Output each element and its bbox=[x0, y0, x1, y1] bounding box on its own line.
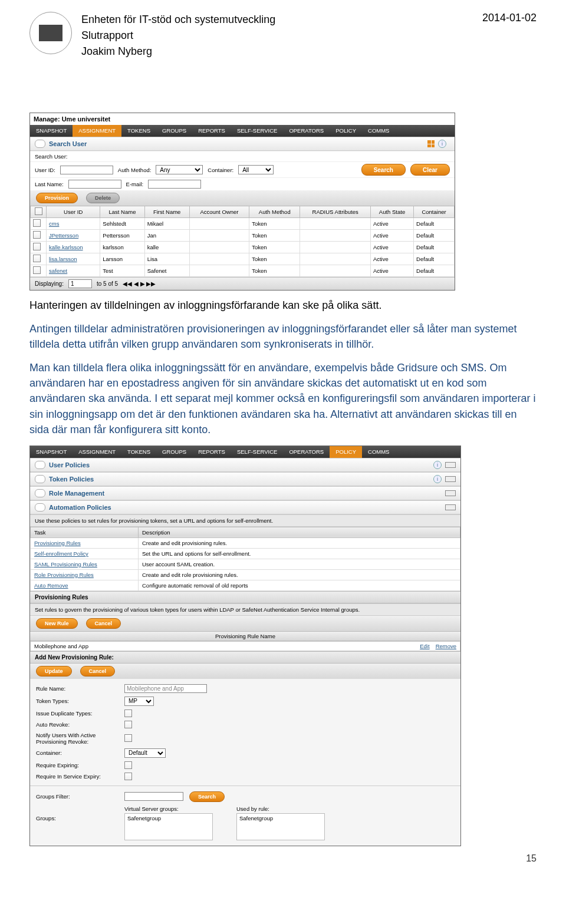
user-id-input[interactable] bbox=[60, 166, 113, 174]
auth-method-select[interactable]: Any bbox=[156, 165, 203, 174]
nav-tab-policy[interactable]: POLICY bbox=[330, 125, 362, 137]
cancel-button-2[interactable]: Cancel bbox=[80, 666, 116, 676]
header-text: Enheten för IT-stöd och systemutveckling… bbox=[81, 12, 275, 60]
update-button[interactable]: Update bbox=[36, 666, 72, 676]
auto-revoke-checkbox[interactable] bbox=[124, 721, 132, 728]
nav-tab-assignment[interactable]: ASSIGNMENT bbox=[73, 446, 121, 458]
info-icon[interactable]: i bbox=[433, 475, 442, 483]
nav-tab-operators[interactable]: OPERATORS bbox=[283, 446, 330, 458]
nav-tab-tokens[interactable]: TOKENS bbox=[121, 446, 156, 458]
row-checkbox[interactable] bbox=[33, 231, 41, 239]
container-select[interactable]: All bbox=[238, 165, 274, 174]
section-icon bbox=[35, 503, 45, 512]
col-5: Auth Method bbox=[249, 206, 300, 218]
issue-duplicate-checkbox[interactable] bbox=[124, 710, 132, 717]
nav-tab-snapshot[interactable]: SNAPSHOT bbox=[30, 446, 73, 458]
user-id-link[interactable]: lisa.larsson bbox=[49, 256, 77, 262]
nav-tab-snapshot[interactable]: SNAPSHOT bbox=[30, 125, 73, 137]
token-types-select[interactable]: MP bbox=[124, 697, 154, 706]
clear-button[interactable]: Clear bbox=[410, 164, 450, 176]
notify-users-checkbox[interactable] bbox=[124, 734, 132, 742]
vs-groups-list[interactable]: Safenetgroup bbox=[124, 813, 213, 840]
email-input[interactable] bbox=[148, 180, 201, 189]
section-title: Search User bbox=[49, 140, 427, 147]
nav-tab-self-service[interactable]: SELF-SERVICE bbox=[231, 446, 283, 458]
grid-icon[interactable] bbox=[427, 140, 435, 147]
auto-revoke-label: Auto Revoke: bbox=[36, 721, 124, 728]
task-link[interactable]: SAML Provisioning Rules bbox=[34, 561, 97, 567]
col-8: Container bbox=[414, 206, 455, 218]
vs-groups-label: Virtual Server groups: bbox=[124, 806, 213, 813]
col-4: Account Owner bbox=[189, 206, 249, 218]
task-link[interactable]: Provisioning Rules bbox=[34, 540, 81, 546]
toggle-icon[interactable] bbox=[445, 490, 456, 496]
req-service-checkbox[interactable] bbox=[124, 773, 132, 780]
user-id-link[interactable]: safenet bbox=[49, 268, 67, 274]
automation-desc: Use these policies to set rules for prov… bbox=[30, 514, 460, 527]
remove-link[interactable]: Remove bbox=[436, 643, 456, 649]
nav-tab-reports[interactable]: REPORTS bbox=[192, 125, 231, 137]
nav-tab-groups[interactable]: GROUPS bbox=[156, 446, 192, 458]
last-name-input[interactable] bbox=[68, 180, 121, 189]
toggle-icon[interactable] bbox=[445, 462, 456, 468]
cancel-button[interactable]: Cancel bbox=[86, 618, 121, 629]
pager-displaying: Displaying: bbox=[35, 280, 64, 287]
row-checkbox[interactable] bbox=[33, 243, 41, 250]
user-id-link[interactable]: cms bbox=[49, 220, 59, 227]
nav-tab-operators[interactable]: OPERATORS bbox=[283, 125, 330, 137]
edit-link[interactable]: Edit bbox=[420, 643, 429, 649]
user-id-link[interactable]: JPettersson bbox=[49, 232, 78, 239]
info-icon[interactable]: i bbox=[438, 140, 446, 148]
nav-tab-groups[interactable]: GROUPS bbox=[156, 125, 192, 137]
pager-arrows[interactable]: ◀◀ ◀ ▶ ▶▶ bbox=[123, 280, 156, 287]
role-management-title: Role Management bbox=[49, 490, 445, 497]
container2-label: Container: bbox=[36, 750, 124, 756]
req-service-label: Require In Service Expiry: bbox=[36, 773, 124, 780]
used-by-list[interactable]: Safenetgroup bbox=[236, 813, 325, 840]
req-expiring-checkbox[interactable] bbox=[124, 761, 132, 769]
search-button[interactable]: Search bbox=[361, 164, 406, 176]
screenshot-policy: SNAPSHOTASSIGNMENTTOKENSGROUPSREPORTSSEL… bbox=[29, 446, 461, 846]
delete-button[interactable]: Delete bbox=[86, 193, 120, 203]
notify-users-label: Notify Users With Active Provisioning Re… bbox=[36, 732, 124, 745]
table-row: cmsSehlstedtMikaelTokenActiveDefault bbox=[31, 218, 455, 230]
row-checkbox[interactable] bbox=[33, 219, 41, 227]
nav-tab-self-service[interactable]: SELF-SERVICE bbox=[231, 125, 283, 137]
toggle-icon[interactable] bbox=[445, 476, 456, 482]
nav-tab-comms[interactable]: COMMS bbox=[362, 446, 395, 458]
groups-search-button[interactable]: Search bbox=[189, 791, 225, 802]
col-6: RADIUS Attributes bbox=[300, 206, 371, 218]
task-link[interactable]: Auto Remove bbox=[34, 582, 68, 589]
select-all-checkbox[interactable] bbox=[35, 207, 42, 215]
col-2: Last Name bbox=[100, 206, 144, 218]
user-policies-title: User Policies bbox=[49, 461, 433, 468]
nav-tab-policy[interactable]: POLICY bbox=[330, 446, 362, 458]
rule-name: Mobilephone and App bbox=[34, 643, 414, 649]
issue-duplicate-label: Issue Duplicate Types: bbox=[36, 710, 124, 717]
nav-tab-tokens[interactable]: TOKENS bbox=[121, 125, 156, 137]
user-id-link[interactable]: kalle.karlsson bbox=[49, 244, 83, 250]
row-checkbox[interactable] bbox=[33, 266, 41, 274]
task-link[interactable]: Self-enrollment Policy bbox=[34, 550, 88, 557]
provision-button[interactable]: Provision bbox=[36, 193, 78, 203]
pager-from-input[interactable] bbox=[68, 279, 92, 288]
info-icon[interactable]: i bbox=[433, 461, 442, 469]
row-checkbox[interactable] bbox=[33, 255, 41, 262]
search-user-label: Search User: bbox=[35, 153, 67, 160]
groups-filter-input[interactable] bbox=[124, 792, 183, 801]
provisioning-rules-title: Provisioning Rules bbox=[30, 591, 460, 603]
nav-tab-comms[interactable]: COMMS bbox=[362, 125, 395, 137]
manage-title: Manage: Ume universitet bbox=[30, 113, 455, 125]
container2-select[interactable]: Default bbox=[124, 748, 166, 758]
body-text: Hanteringen av tilldelningen av inloggni… bbox=[29, 298, 537, 437]
nav-tab-reports[interactable]: REPORTS bbox=[192, 446, 231, 458]
add-rule-title: Add New Provisioning Rule: bbox=[30, 651, 460, 664]
task-link[interactable]: Role Provisioning Rules bbox=[34, 572, 94, 578]
automation-policies-title: Automation Policies bbox=[49, 504, 445, 511]
nav-tab-assignment[interactable]: ASSIGNMENT bbox=[73, 125, 121, 137]
new-rule-button[interactable]: New Rule bbox=[36, 618, 78, 629]
toggle-icon[interactable] bbox=[445, 504, 456, 510]
rule-name-col: Provisioning Rule Name bbox=[30, 631, 460, 641]
pager-range: to 5 of 5 bbox=[97, 280, 118, 287]
rule-name-input[interactable] bbox=[124, 684, 207, 693]
